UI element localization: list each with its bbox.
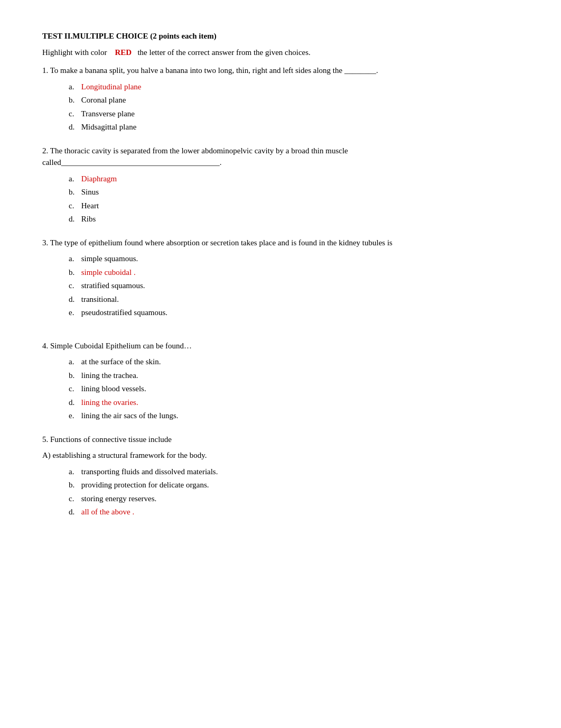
list-item: b. Sinus: [69, 186, 519, 198]
list-item: b. providing protection for delicate org…: [69, 479, 519, 491]
choice-text: Transverse plane: [81, 109, 135, 118]
instruction-suffix: the letter of the correct answer from th…: [137, 48, 310, 57]
choice-text: at the surface of the skin.: [81, 357, 161, 366]
choice-label: c.: [69, 383, 79, 395]
choice-label: a.: [69, 466, 79, 478]
list-item: e. pseudostratified squamous.: [69, 307, 519, 319]
list-item: c. storing energy reserves.: [69, 493, 519, 505]
question-4-text: 4. Simple Cuboidal Epithelium can be fou…: [42, 340, 519, 352]
choice-text: providing protection for delicate organs…: [81, 481, 209, 489]
choice-label: b.: [69, 479, 79, 491]
list-item: c. stratified squamous.: [69, 280, 519, 292]
list-item: a. simple squamous.: [69, 253, 519, 265]
choice-text: stratified squamous.: [81, 281, 145, 290]
question-3: 3. The type of epithelium found where ab…: [42, 237, 519, 319]
list-item: d. all of the above .: [69, 506, 519, 518]
list-item: d. transitional.: [69, 293, 519, 306]
choice-label: a.: [69, 173, 79, 185]
list-item: a. at the surface of the skin.: [69, 356, 519, 368]
question-3-text: 3. The type of epithelium found where ab…: [42, 237, 519, 249]
question-1: 1. To make a banana split, you halve a b…: [42, 64, 519, 133]
choice-label: b.: [69, 266, 79, 279]
choice-text: all of the above .: [81, 508, 134, 516]
choice-text: Coronal plane: [81, 96, 126, 104]
choice-text: pseudostratified squamous.: [81, 308, 167, 317]
question-5-choices: a. transporting fluids and dissolved mat…: [42, 466, 519, 518]
question-4-choices: a. at the surface of the skin. b. lining…: [42, 356, 519, 422]
list-item: a. transporting fluids and dissolved mat…: [69, 466, 519, 478]
question-5-text-line2: A) establishing a structural framework f…: [42, 449, 519, 462]
choice-text: lining the ovaries.: [81, 398, 138, 407]
choice-label: c.: [69, 280, 79, 292]
choice-label: c.: [69, 200, 79, 212]
question-2-choices: a. Diaphragm b. Sinus c. Heart d. Ribs: [42, 173, 519, 225]
list-item: e. lining the air sacs of the lungs.: [69, 410, 519, 422]
question-5: 5. Functions of connective tissue includ…: [42, 434, 519, 518]
choice-label: e.: [69, 410, 79, 422]
choice-label: c.: [69, 108, 79, 120]
instruction-line: Highlight with color RED the letter of t…: [42, 48, 519, 57]
list-item: d. lining the ovaries.: [69, 397, 519, 409]
choice-text: storing energy reserves.: [81, 494, 157, 503]
list-item: b. lining the trachea.: [69, 370, 519, 382]
list-item: a. Diaphragm: [69, 173, 519, 185]
page-container: TEST II.MULTIPLE CHOICE (2 points each i…: [42, 32, 519, 518]
choice-label: b.: [69, 186, 79, 198]
list-item: c. lining blood vessels.: [69, 383, 519, 395]
choice-text: Heart: [81, 201, 99, 210]
choice-text: Midsagittal plane: [81, 123, 137, 131]
choice-text: Diaphragm: [81, 174, 117, 183]
choice-label: d.: [69, 121, 79, 133]
question-5-text: 5. Functions of connective tissue includ…: [42, 434, 519, 446]
list-item: c. Transverse plane: [69, 108, 519, 120]
question-3-choices: a. simple squamous. b. simple cuboidal .…: [42, 253, 519, 319]
choice-label: d.: [69, 506, 79, 518]
question-2: 2. The thoracic cavity is separated from…: [42, 145, 519, 225]
choice-label: d.: [69, 397, 79, 409]
choice-label: b.: [69, 94, 79, 106]
instruction-highlight: RED: [115, 48, 132, 57]
choice-text: simple squamous.: [81, 254, 138, 263]
choice-label: b.: [69, 370, 79, 382]
page-title: TEST II.MULTIPLE CHOICE (2 points each i…: [42, 32, 519, 41]
choice-text: lining the trachea.: [81, 371, 138, 380]
list-item: c. Heart: [69, 200, 519, 212]
choice-label: e.: [69, 307, 79, 319]
choice-text: Ribs: [81, 215, 96, 223]
choice-text: lining the air sacs of the lungs.: [81, 411, 179, 420]
choice-text: Sinus: [81, 188, 99, 196]
choice-text: transporting fluids and dissolved materi…: [81, 467, 218, 476]
choice-label: d.: [69, 213, 79, 225]
question-1-choices: a. Longitudinal plane b. Coronal plane c…: [42, 81, 519, 133]
list-item: a. Longitudinal plane: [69, 81, 519, 93]
list-item: b. simple cuboidal .: [69, 266, 519, 279]
choice-label: a.: [69, 81, 79, 93]
choice-text: transitional.: [81, 295, 119, 303]
choice-text: simple cuboidal .: [81, 268, 136, 277]
question-4: 4. Simple Cuboidal Epithelium can be fou…: [42, 340, 519, 422]
question-2-text: 2. The thoracic cavity is separated from…: [42, 145, 519, 169]
list-item: d. Midsagittal plane: [69, 121, 519, 133]
choice-text: lining blood vessels.: [81, 384, 146, 393]
choice-text: Longitudinal plane: [81, 82, 142, 91]
choice-label: a.: [69, 253, 79, 265]
choice-label: d.: [69, 293, 79, 306]
instruction-prefix: Highlight with color: [42, 48, 107, 57]
list-item: b. Coronal plane: [69, 94, 519, 106]
question-1-text: 1. To make a banana split, you halve a b…: [42, 64, 519, 77]
list-item: d. Ribs: [69, 213, 519, 225]
choice-label: a.: [69, 356, 79, 368]
choice-label: c.: [69, 493, 79, 505]
